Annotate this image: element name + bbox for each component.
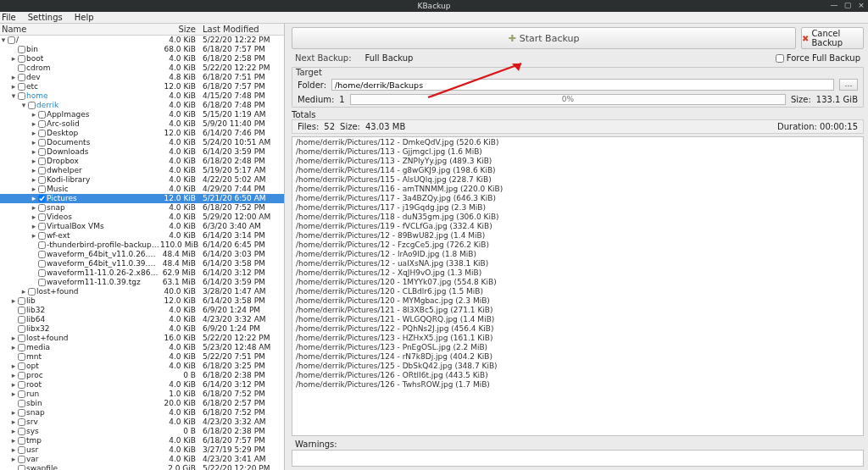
tree-row[interactable]: ▸Documents4.0 KiB5/24/20 10:51 AM [0,138,284,147]
tree-twisty-icon[interactable]: ▸ [10,362,17,371]
tree-row[interactable]: ▸root4.0 KiB6/14/20 3:12 PM [0,380,284,390]
tree-row[interactable]: ▸Desktop12.0 KiB6/14/20 7:46 PM [0,129,284,138]
tree-row[interactable]: ▸AppImages4.0 KiB5/15/20 1:19 AM [0,110,284,119]
tree-twisty-icon[interactable]: ▸ [10,371,17,380]
tree-checkbox[interactable] [38,269,46,277]
tree-checkbox[interactable] [18,465,25,470]
tree-row[interactable]: ▸snap4.0 KiB6/18/20 7:52 PM [0,408,284,417]
tree-row[interactable]: waveform11-11.0.26-2.x86_64.rpm62.9 MiB6… [0,268,284,278]
tree-row[interactable]: ▸media4.0 KiB5/23/20 12:48 AM [0,343,284,352]
tree-row[interactable]: ▸proc0 B6/18/20 2:38 PM [0,371,284,380]
tree-twisty-icon[interactable]: ▸ [10,436,17,445]
tree-twisty-icon[interactable]: ▾ [10,91,17,101]
tree-row[interactable]: ▸lost+found16.0 KiB5/22/20 12:22 PM [0,334,284,343]
tree-twisty-icon[interactable]: ▸ [10,82,17,91]
tree-twisty-icon[interactable]: ▸ [10,380,17,390]
tree-checkbox[interactable] [18,390,25,398]
tree-body[interactable]: ▾/4.0 KiB5/22/20 12:22 PMbin68.0 KiB6/18… [0,36,284,470]
tree-checkbox[interactable] [38,195,46,202]
tree-twisty-icon[interactable]: ▸ [10,417,17,427]
tree-twisty-icon[interactable]: ▸ [20,287,27,296]
tree-row[interactable]: ▸usr4.0 KiB3/27/19 5:29 PM [0,445,284,455]
close-icon[interactable]: × [857,1,865,9]
tree-row[interactable]: ▸srv4.0 KiB4/23/20 3:32 AM [0,417,284,427]
tree-row[interactable]: ▾/4.0 KiB5/22/20 12:22 PM [0,36,284,45]
tree-row[interactable]: ▾home4.0 KiB4/15/20 7:48 PM [0,91,284,101]
tree-row[interactable]: ▸dev4.8 KiB6/18/20 7:51 PM [0,73,284,82]
tree-row[interactable]: ▾derrik4.0 KiB6/18/20 7:48 PM [0,101,284,110]
tree-checkbox[interactable] [38,223,46,230]
tree-row[interactable]: ▸Pictures12.0 KiB5/21/20 6:50 AM [0,194,284,203]
tree-checkbox[interactable] [18,381,25,389]
tree-checkbox[interactable] [18,344,25,351]
menu-help[interactable]: Help [75,13,94,22]
tree-row[interactable]: ▸Music4.0 KiB4/29/20 7:44 PM [0,185,284,194]
warnings-output[interactable] [292,450,864,467]
log-output[interactable]: /home/derrik/Pictures/112 - DmkeQdV.jpg … [292,136,864,436]
tree-twisty-icon[interactable]: ▸ [31,138,37,147]
tree-twisty-icon[interactable]: ▸ [31,203,37,213]
tree-twisty-icon[interactable]: ▸ [10,390,17,399]
tree-checkbox[interactable] [18,362,25,370]
tree-checkbox[interactable] [18,297,25,305]
tree-row[interactable]: ▸run1.0 KiB6/18/20 7:52 PM [0,390,284,399]
tree-twisty-icon[interactable]: ▸ [10,73,17,82]
tree-twisty-icon[interactable]: ▸ [10,296,17,306]
tree-checkbox[interactable] [18,55,25,63]
tree-checkbox[interactable] [38,120,46,128]
tree-twisty-icon[interactable]: ▸ [10,445,17,455]
tree-row[interactable]: sbin20.0 KiB6/18/20 2:57 PM [0,399,284,408]
tree-twisty-icon[interactable]: ▸ [31,129,37,138]
tree-row[interactable]: ▸sys0 B6/18/20 2:38 PM [0,427,284,436]
tree-twisty-icon[interactable]: ▸ [31,157,37,166]
tree-checkbox[interactable] [38,279,46,286]
tree-checkbox[interactable] [38,232,46,240]
tree-checkbox[interactable] [18,46,25,53]
tree-row[interactable]: ▸wf-ext4.0 KiB6/14/20 3:14 PM [0,231,284,241]
tree-twisty-icon[interactable]: ▸ [31,213,37,222]
tree-twisty-icon[interactable]: ▸ [31,222,37,231]
tree-checkbox[interactable] [38,241,46,249]
tree-row[interactable]: waveform_64bit_v11.0.39.deb48.4 MiB6/14/… [0,259,284,268]
tree-row[interactable]: ▸dwhelper4.0 KiB5/19/20 5:17 AM [0,166,284,175]
tree-checkbox[interactable] [18,335,25,342]
tree-row[interactable]: lib324.0 KiB6/9/20 1:24 PM [0,306,284,315]
tree-twisty-icon[interactable]: ▾ [0,36,7,45]
tree-twisty-icon[interactable]: ▸ [31,147,37,157]
tree-checkbox[interactable] [18,418,25,426]
tree-checkbox[interactable] [18,446,25,454]
tree-row[interactable]: swapfile2.0 GiB5/22/20 12:20 PM [0,464,284,470]
tree-checkbox[interactable] [28,102,36,109]
tree-twisty-icon[interactable]: ▸ [31,231,37,241]
tree-twisty-icon[interactable]: ▸ [31,194,37,203]
tree-row[interactable]: lib644.0 KiB4/23/20 3:32 AM [0,315,284,324]
tree-checkbox[interactable] [38,260,46,268]
tree-row[interactable]: ▸Arc-solid4.0 KiB5/9/20 11:40 PM [0,119,284,129]
tree-row[interactable]: ▸Dropbox4.0 KiB6/18/20 2:48 PM [0,157,284,166]
tree-checkbox[interactable] [38,176,46,184]
tree-row[interactable]: ▸Downloads4.0 KiB6/14/20 3:59 PM [0,147,284,157]
tree-checkbox[interactable] [8,36,15,44]
tree-row[interactable]: waveform_64bit_v11.0.26.deb48.4 MiB6/14/… [0,250,284,259]
tree-twisty-icon[interactable]: ▸ [31,119,37,129]
tree-row[interactable]: ▸VirtualBox VMs4.0 KiB6/3/20 3:40 AM [0,222,284,231]
tree-checkbox[interactable] [18,64,25,72]
col-size[interactable]: Size [160,25,201,34]
tree-row[interactable]: ▸boot4.0 KiB6/18/20 2:58 PM [0,54,284,64]
tree-checkbox[interactable] [18,409,25,417]
tree-row[interactable]: ▸lost+found40.0 KiB3/28/20 1:47 AM [0,287,284,296]
tree-checkbox[interactable] [18,74,25,81]
tree-checkbox[interactable] [18,83,25,91]
tree-twisty-icon[interactable]: ▾ [20,101,27,110]
tree-checkbox[interactable] [18,92,25,100]
tree-row[interactable]: ▸tmp4.0 KiB6/18/20 7:57 PM [0,436,284,445]
menu-file[interactable]: File [2,13,16,22]
folder-input[interactable] [331,79,834,91]
tree-twisty-icon[interactable]: ▸ [31,175,37,185]
tree-twisty-icon[interactable]: ▸ [31,185,37,194]
tree-checkbox[interactable] [38,213,46,221]
col-date[interactable]: Last Modified [201,25,284,34]
tree-twisty-icon[interactable]: ▸ [31,166,37,175]
tree-checkbox[interactable] [38,148,46,156]
col-name[interactable]: Name [0,24,160,35]
